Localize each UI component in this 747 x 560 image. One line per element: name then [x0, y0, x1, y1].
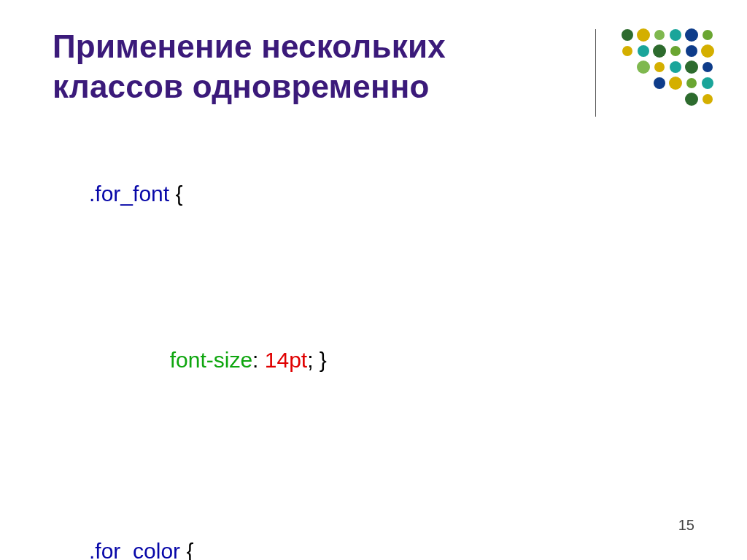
svg-point-22 [703, 94, 713, 104]
svg-point-3 [670, 29, 681, 41]
css-rule-1-selector-line: .for_font { [53, 131, 694, 256]
svg-point-0 [622, 29, 633, 41]
svg-point-13 [654, 62, 665, 72]
css-end: ; } [307, 348, 327, 372]
slide-title-block: Применение нескольких классов одновремен… [53, 26, 578, 106]
css-rule-1-declaration-line: font-size: 14pt; } [53, 256, 694, 464]
svg-point-6 [622, 46, 632, 56]
svg-point-1 [637, 28, 650, 42]
slide: Применение нескольких классов одновремен… [0, 0, 747, 560]
svg-point-9 [670, 46, 681, 56]
slide-title-line2: классов одновременно [53, 66, 578, 106]
svg-point-7 [638, 45, 649, 57]
svg-point-11 [701, 44, 714, 58]
svg-point-2 [654, 30, 665, 40]
svg-point-10 [686, 45, 697, 57]
svg-point-21 [685, 93, 698, 106]
title-divider [595, 29, 596, 117]
css-rule-2-selector-line: .for_color { [53, 489, 694, 560]
svg-point-15 [685, 61, 698, 74]
svg-point-8 [653, 44, 666, 58]
css-value: 14pt [265, 348, 307, 372]
svg-point-17 [654, 77, 665, 89]
page-number: 15 [678, 517, 694, 534]
svg-point-18 [669, 77, 682, 90]
svg-point-5 [703, 30, 713, 40]
css-brace-open: { [180, 539, 193, 560]
svg-point-16 [703, 62, 713, 72]
svg-point-4 [685, 28, 698, 42]
css-selector: .for_color [89, 539, 180, 560]
decorative-dots-icon [619, 26, 721, 111]
css-brace-open: { [169, 182, 182, 206]
svg-point-20 [702, 77, 713, 89]
svg-point-14 [670, 61, 681, 73]
spacer [53, 464, 694, 489]
css-colon: : [252, 348, 265, 372]
svg-point-12 [637, 61, 650, 74]
slide-title-line1: Применение нескольких [53, 26, 578, 66]
svg-point-19 [686, 78, 697, 88]
css-selector: .for_font [89, 182, 169, 206]
css-property: font-size [170, 348, 252, 372]
slide-body: .for_font { font-size: 14pt; } .for_colo… [53, 131, 694, 560]
